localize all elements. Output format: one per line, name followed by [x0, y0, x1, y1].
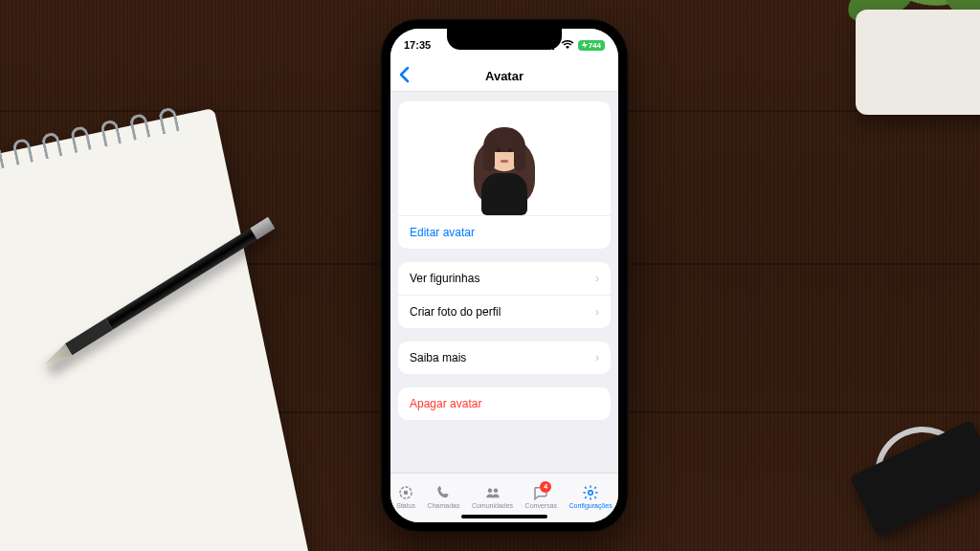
row-label: Saiba mais [410, 351, 466, 364]
row-label: Ver figurinhas [410, 272, 479, 285]
avatar-card: Editar avatar [398, 101, 611, 249]
chevron-right-icon: › [595, 305, 599, 319]
communities-icon [484, 484, 501, 501]
battery-value: 744 [589, 41, 601, 50]
row-label: Apagar avatar [410, 397, 481, 410]
row-learn-more[interactable]: Saiba mais › [398, 342, 611, 374]
phone-icon [435, 484, 453, 501]
tab-settings[interactable]: Configurações [569, 484, 612, 509]
tab-label: Chamadas [428, 502, 460, 509]
row-create-profile-photo[interactable]: Criar foto do perfil › [398, 296, 611, 328]
edit-avatar-button[interactable]: Editar avatar [398, 216, 611, 249]
learn-more-card: Saiba mais › [398, 342, 611, 374]
tab-status[interactable]: Status [396, 484, 415, 509]
svg-point-6 [487, 488, 492, 493]
avatar-preview [398, 101, 611, 216]
nav-header: Avatar [390, 61, 618, 92]
tab-calls[interactable]: Chamadas [428, 484, 460, 509]
row-label: Criar foto do perfil [410, 305, 501, 319]
phone-frame: 17:35 744 Avatar [381, 19, 628, 532]
row-delete-avatar[interactable]: Apagar avatar [398, 387, 611, 420]
svg-point-5 [404, 490, 409, 495]
tab-label: Comunidades [472, 502, 513, 509]
gear-icon [582, 484, 599, 501]
options-card: Ver figurinhas › Criar foto do perfil › [398, 262, 611, 328]
page-title: Avatar [485, 69, 523, 83]
svg-point-8 [589, 490, 593, 495]
chevron-right-icon: › [595, 351, 599, 364]
phone-notch [447, 29, 562, 50]
tab-label: Conversas [525, 502, 557, 509]
phone-screen: 17:35 744 Avatar [390, 29, 618, 522]
status-icon [397, 484, 414, 501]
content-area[interactable]: Editar avatar Ver figurinhas › Criar fot… [390, 92, 618, 473]
tab-label: Configurações [569, 502, 612, 509]
delete-card: Apagar avatar [398, 387, 611, 420]
tab-communities[interactable]: Comunidades [472, 484, 513, 509]
avatar-image [466, 120, 543, 215]
plant-pot [836, 0, 980, 105]
tab-chats[interactable]: 4 Conversas [525, 484, 557, 509]
tab-label: Status [396, 502, 415, 509]
svg-point-7 [493, 488, 498, 493]
chevron-right-icon: › [595, 272, 599, 285]
chats-badge: 4 [540, 481, 551, 493]
status-time: 17:35 [404, 39, 431, 51]
back-button[interactable] [398, 66, 410, 86]
row-view-stickers[interactable]: Ver figurinhas › [398, 262, 611, 296]
home-indicator[interactable] [461, 515, 547, 518]
wifi-icon [561, 40, 574, 50]
battery-badge: 744 [578, 40, 605, 51]
